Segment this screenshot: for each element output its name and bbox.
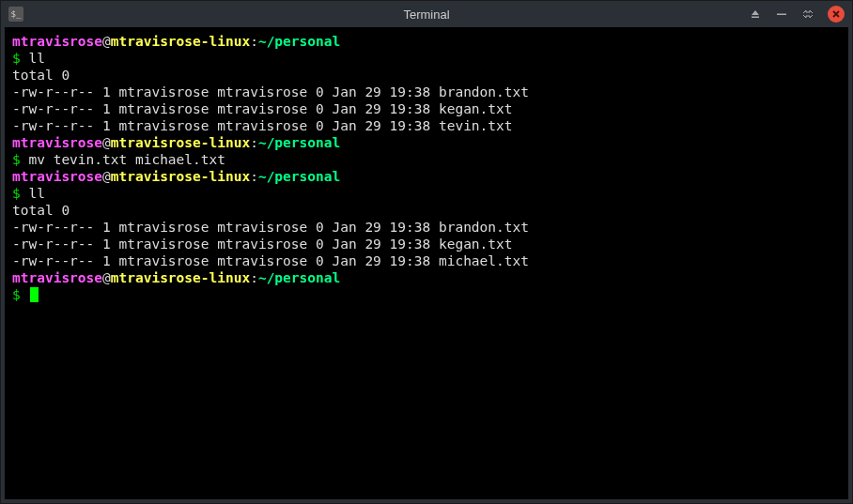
prompt-host: mtravisrose-linux (111, 270, 250, 285)
prompt-host: mtravisrose-linux (111, 135, 250, 150)
prompt-host: mtravisrose-linux (111, 169, 250, 184)
eject-icon[interactable] (749, 8, 762, 21)
prompt-user: mtravisrose (12, 34, 102, 49)
terminal-window: $_ Terminal mtravisrose@mtravisrose-linu… (0, 0, 853, 504)
prompt-at: @ (102, 135, 111, 150)
output-line: -rw-r--r-- 1 mtravisrose mtravisrose 0 J… (12, 236, 841, 252)
prompt-at: @ (102, 270, 111, 285)
prompt-user: mtravisrose (12, 135, 102, 150)
prompt-path: ~/personal (258, 169, 340, 184)
prompt-line: mtravisrose@mtravisrose-linux:~/personal (12, 33, 841, 50)
prompt-at: @ (102, 169, 111, 184)
prompt-line: mtravisrose@mtravisrose-linux:~/personal (12, 269, 841, 286)
command-text: ll (28, 186, 44, 201)
prompt-at: @ (102, 34, 111, 49)
prompt-colon: : (250, 270, 258, 285)
prompt-colon: : (250, 169, 258, 184)
terminal-body[interactable]: mtravisrose@mtravisrose-linux:~/personal… (5, 27, 848, 499)
svg-rect-0 (777, 14, 786, 16)
command-line: $ mv tevin.txt michael.txt (12, 151, 841, 168)
output-line: total 0 (12, 202, 841, 219)
prompt-symbol: $ (12, 186, 21, 201)
prompt-host: mtravisrose-linux (111, 34, 250, 49)
command-text: mv tevin.txt michael.txt (28, 152, 225, 167)
minimize-button[interactable] (775, 8, 788, 21)
output-line: -rw-r--r-- 1 mtravisrose mtravisrose 0 J… (12, 219, 841, 236)
prompt-symbol: $ (12, 152, 21, 167)
prompt-path: ~/personal (258, 270, 340, 285)
output-line: -rw-r--r-- 1 mtravisrose mtravisrose 0 J… (12, 117, 841, 134)
output-line: -rw-r--r-- 1 mtravisrose mtravisrose 0 J… (12, 252, 841, 269)
prompt-path: ~/personal (258, 34, 340, 49)
close-button[interactable] (828, 6, 845, 23)
prompt-line: mtravisrose@mtravisrose-linux:~/personal (12, 134, 841, 151)
command-line: $ ll (12, 185, 841, 202)
prompt-line: mtravisrose@mtravisrose-linux:~/personal (12, 168, 841, 185)
prompt-user: mtravisrose (12, 270, 102, 285)
prompt-user: mtravisrose (12, 169, 102, 184)
cursor (30, 287, 39, 302)
prompt-colon: : (250, 135, 258, 150)
titlebar[interactable]: $_ Terminal (1, 1, 852, 27)
app-icon: $_ (8, 7, 23, 22)
window-title: Terminal (403, 8, 449, 22)
window-controls (749, 6, 845, 23)
command-line: $ (12, 286, 841, 303)
prompt-symbol: $ (12, 287, 21, 302)
prompt-symbol: $ (12, 51, 21, 66)
output-line: -rw-r--r-- 1 mtravisrose mtravisrose 0 J… (12, 84, 841, 100)
output-line: -rw-r--r-- 1 mtravisrose mtravisrose 0 J… (12, 100, 841, 117)
prompt-path: ~/personal (258, 135, 340, 150)
command-line: $ ll (12, 50, 841, 67)
command-text: ll (28, 51, 44, 66)
output-line: total 0 (12, 67, 841, 84)
maximize-button[interactable] (801, 8, 814, 21)
prompt-colon: : (250, 34, 258, 49)
